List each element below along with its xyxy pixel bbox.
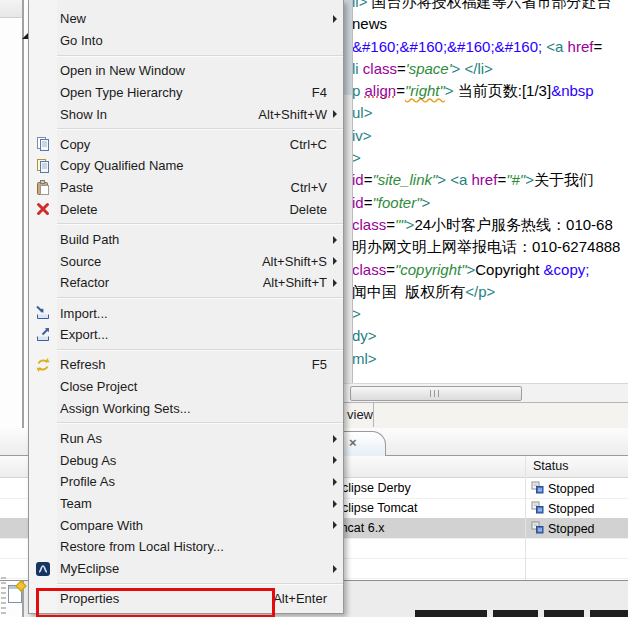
export-icon	[35, 327, 51, 343]
menu-item-compare-with[interactable]: Compare With	[29, 514, 343, 536]
submenu-arrow-icon	[333, 521, 337, 529]
code-token: ml>	[352, 350, 377, 367]
menu-item-restore-from-local-history[interactable]: Restore from Local History...	[29, 536, 343, 558]
menu-item-run-as[interactable]: Run As	[29, 428, 343, 450]
menu-item-source[interactable]: SourceAlt+Shift+S	[29, 250, 343, 272]
column-divider	[525, 456, 526, 580]
menu-item-go-into[interactable]: Go Into	[29, 30, 343, 52]
code-token: "site_link"	[372, 171, 437, 188]
submenu-arrow-icon	[333, 279, 337, 287]
menu-separator	[29, 294, 343, 303]
code-token: id	[352, 194, 364, 211]
code-token: class	[363, 60, 397, 77]
menu-item-build-path[interactable]: Build Path	[29, 229, 343, 251]
code-token: ""	[395, 216, 406, 233]
refresh-icon	[35, 357, 51, 373]
code-token: >	[466, 261, 475, 278]
menu-item-delete[interactable]: DeleteDelete	[29, 199, 343, 221]
menu-item-label: Import...	[60, 306, 108, 321]
menu-item-show-in[interactable]: Show InAlt+Shift+W	[29, 103, 343, 125]
menu-item-refactor[interactable]: RefactorAlt+Shift+T	[29, 272, 343, 294]
code-token: align	[365, 82, 397, 99]
menu-separator	[29, 346, 343, 355]
menu-item-open-type-hierarchy[interactable]: Open Type HierarchyF4	[29, 82, 343, 104]
code-line: dy>	[352, 325, 628, 347]
code-token: Copyright	[475, 261, 543, 278]
menu-item-open-in-new-window[interactable]: Open in New Window	[29, 60, 343, 82]
code-token: p	[352, 82, 365, 99]
code-line: ml>	[352, 348, 628, 370]
code-token: li	[352, 60, 363, 77]
menu-item-label: Open Type Hierarchy	[60, 85, 183, 100]
menu-item-profile-as[interactable]: Profile As	[29, 471, 343, 493]
menu-item-new[interactable]: New	[29, 8, 343, 30]
editor-horizontal-scrollbar[interactable]	[344, 383, 628, 403]
menu-item-refresh[interactable]: RefreshF5	[29, 354, 343, 376]
menu-item-properties[interactable]: PropertiesAlt+Enter	[29, 588, 343, 610]
code-token: &#160;&#160;&#160;&#160;	[352, 38, 542, 55]
fastview-grip-icon[interactable]	[1, 577, 6, 617]
code-token: =	[593, 38, 602, 55]
code-token: &nbsp	[551, 82, 594, 99]
code-line: id="footer">	[352, 192, 628, 214]
menu-item-close-project[interactable]: Close Project	[29, 376, 343, 398]
code-line: 明办网文明上网举报电话：010-6274888	[352, 236, 628, 258]
menu-item-debug-as[interactable]: Debug As	[29, 449, 343, 471]
menu-item-label: Close Project	[60, 379, 137, 394]
menu-item-label: New	[60, 11, 86, 26]
code-line: class="">24小时客户服务热线：010-68	[352, 214, 628, 236]
menu-item-assign-working-sets[interactable]: Assign Working Sets...	[29, 398, 343, 420]
status-badge: Stopped	[548, 482, 595, 496]
code-token: 国台办将授权福建等六省市部分赴台	[367, 0, 611, 10]
menu-item-label: Team	[60, 496, 92, 511]
column-header-status: Status	[533, 459, 568, 473]
menu-item-label: Show In	[60, 107, 107, 122]
code-token: >	[352, 149, 361, 166]
menu-item-shortcut: Alt+Shift+W	[258, 107, 327, 122]
code-token: 'space'	[406, 60, 452, 77]
menu-item-label: Copy Qualified Name	[60, 158, 184, 173]
menu-item-copy[interactable]: CopyCtrl+C	[29, 133, 343, 155]
import-icon	[35, 305, 51, 321]
code-token: >	[525, 171, 534, 188]
menu-item-myeclipse[interactable]: MyEclipse	[29, 558, 343, 580]
menu-item-label: Properties	[60, 591, 119, 606]
close-icon[interactable]: ×	[349, 435, 357, 450]
editor-page-tabs: view	[344, 402, 628, 429]
menu-item-shortcut: F5	[312, 357, 327, 372]
server-status-icon	[531, 521, 544, 537]
code-line: id="site_link"> <a href="#">关于我们	[352, 169, 628, 191]
scrollbar-thumb[interactable]	[350, 386, 522, 401]
code-token: =	[386, 216, 395, 233]
menu-item-label: Profile As	[60, 474, 115, 489]
code-token: iv>	[352, 127, 372, 144]
tab-preview[interactable]: view	[347, 407, 373, 422]
menu-item-label: Delete	[60, 202, 98, 217]
code-line: news	[352, 13, 628, 35]
html-source-editor[interactable]: li> 国台办将授权福建等六省市部分赴台news&#160;&#160;&#16…	[352, 0, 628, 383]
code-token: news	[352, 15, 387, 32]
code-token: >	[445, 82, 458, 99]
eclipse-workbench: li> 国台办将授权福建等六省市部分赴台news&#160;&#160;&#16…	[0, 0, 628, 617]
menu-item-label: Refactor	[60, 275, 109, 290]
menu-item-copy-qualified-name[interactable]: Copy Qualified Name	[29, 155, 343, 177]
code-token: "right"	[405, 82, 445, 99]
menu-separator	[29, 51, 343, 60]
code-token: ul>	[352, 104, 372, 121]
menu-item-label: Open in New Window	[60, 63, 185, 78]
code-token: <a	[542, 38, 567, 55]
code-token: =	[386, 261, 395, 278]
menu-item-import[interactable]: Import...	[29, 302, 343, 324]
menu-separator	[29, 419, 343, 428]
code-token: class	[352, 216, 386, 233]
menu-item-label: Export...	[60, 327, 108, 342]
submenu-arrow-icon	[333, 565, 337, 573]
menu-item-paste[interactable]: PasteCtrl+V	[29, 177, 343, 199]
menu-item-team[interactable]: Team	[29, 493, 343, 515]
menu-item-label: Source	[60, 254, 101, 269]
submenu-arrow-icon	[333, 236, 337, 244]
code-token: <a	[450, 171, 471, 188]
status-badge: Stopped	[548, 522, 595, 536]
server-status-icon	[531, 481, 544, 497]
menu-item-export[interactable]: Export...	[29, 324, 343, 346]
